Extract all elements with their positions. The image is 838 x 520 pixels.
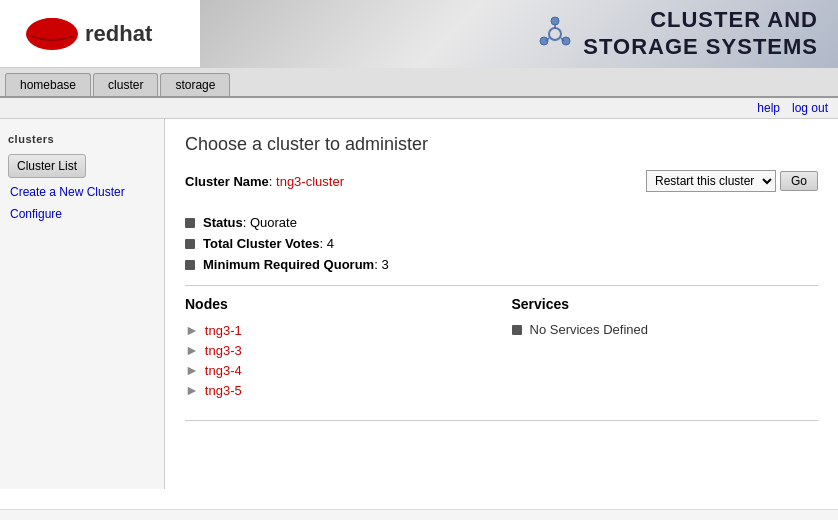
restart-select[interactable]: Restart this clusterStop this clusterSta… — [646, 170, 776, 192]
banner-area: CLUSTER AND STORAGE SYSTEMS — [200, 0, 838, 68]
tab-cluster[interactable]: cluster — [93, 73, 158, 96]
node-link-1[interactable]: tng3-1 — [205, 323, 242, 338]
restart-section: Restart this clusterStop this clusterSta… — [646, 170, 818, 192]
services-title: Services — [512, 296, 819, 312]
min-quorum-bullet — [185, 260, 195, 270]
status-label: Status — [203, 215, 243, 230]
node-row-1: ► tng3-1 — [185, 320, 492, 340]
status-row: Status: Quorate — [185, 212, 818, 233]
no-services-bullet — [512, 325, 522, 335]
sidebar-title: clusters — [0, 129, 164, 151]
cluster-name-label: Cluster Name — [185, 174, 269, 189]
node-row-2: ► tng3-3 — [185, 340, 492, 360]
footer: The Conga Cluster and Storage Management… — [0, 509, 838, 520]
svg-text:redhat: redhat — [85, 21, 153, 46]
cluster-icon — [535, 14, 575, 54]
cluster-name-section: Cluster Name: tng3-cluster — [185, 174, 344, 189]
no-services-text: No Services Defined — [530, 322, 649, 337]
nodes-services: Nodes ► tng3-1 ► tng3-3 ► tng3-4 ► tng3-… — [185, 285, 818, 400]
tab-storage[interactable]: storage — [160, 73, 230, 96]
cluster-list-button[interactable]: Cluster List — [8, 154, 86, 178]
node-icon-3: ► — [185, 362, 199, 378]
no-services-row: No Services Defined — [512, 320, 819, 339]
svg-point-1 — [34, 18, 70, 38]
go-button[interactable]: Go — [780, 171, 818, 191]
main-layout: clusters Cluster List Create a New Clust… — [0, 119, 838, 489]
total-votes-row: Total Cluster Votes: 4 — [185, 233, 818, 254]
node-link-3[interactable]: tng3-4 — [205, 363, 242, 378]
min-quorum-value: 3 — [381, 257, 388, 272]
cluster-name-value: tng3-cluster — [276, 174, 344, 189]
configure-link[interactable]: Configure — [0, 203, 164, 225]
content-divider — [185, 420, 818, 421]
min-quorum-row: Minimum Required Quorum: 3 — [185, 254, 818, 275]
help-link[interactable]: help — [757, 101, 780, 115]
svg-point-4 — [551, 17, 559, 25]
logo-area: redhat — [0, 4, 200, 64]
services-section: Services No Services Defined — [512, 296, 819, 400]
header: redhat CLUSTER AND STORAGE SYSTEMS — [0, 0, 838, 68]
navbar: homebase cluster storage — [0, 68, 838, 98]
total-votes-value: 4 — [327, 236, 334, 251]
redhat-logo: redhat — [10, 4, 190, 64]
status-value: Quorate — [250, 215, 297, 230]
node-row-4: ► tng3-5 — [185, 380, 492, 400]
redhat-logo-svg: redhat — [10, 6, 180, 61]
total-votes-label: Total Cluster Votes — [203, 236, 320, 251]
status-section: Status: Quorate Total Cluster Votes: 4 M… — [185, 212, 818, 275]
cluster-info-bar: Cluster Name: tng3-cluster Restart this … — [185, 170, 818, 200]
tab-homebase[interactable]: homebase — [5, 73, 91, 96]
node-icon-4: ► — [185, 382, 199, 398]
svg-point-3 — [549, 28, 561, 40]
page-title: Choose a cluster to administer — [185, 134, 818, 155]
nodes-section: Nodes ► tng3-1 ► tng3-3 ► tng3-4 ► tng3-… — [185, 296, 512, 400]
banner-title: CLUSTER AND STORAGE SYSTEMS — [583, 7, 818, 60]
node-row-3: ► tng3-4 — [185, 360, 492, 380]
topbar: help log out — [0, 98, 838, 119]
logout-link[interactable]: log out — [792, 101, 828, 115]
content: Choose a cluster to administer Cluster N… — [165, 119, 838, 489]
total-votes-bullet — [185, 239, 195, 249]
min-quorum-label: Minimum Required Quorum — [203, 257, 374, 272]
nodes-title: Nodes — [185, 296, 492, 312]
node-link-2[interactable]: tng3-3 — [205, 343, 242, 358]
node-icon-2: ► — [185, 342, 199, 358]
sidebar: clusters Cluster List Create a New Clust… — [0, 119, 165, 489]
create-cluster-link[interactable]: Create a New Cluster — [0, 181, 164, 203]
node-link-4[interactable]: tng3-5 — [205, 383, 242, 398]
node-icon-1: ► — [185, 322, 199, 338]
status-bullet-icon — [185, 218, 195, 228]
